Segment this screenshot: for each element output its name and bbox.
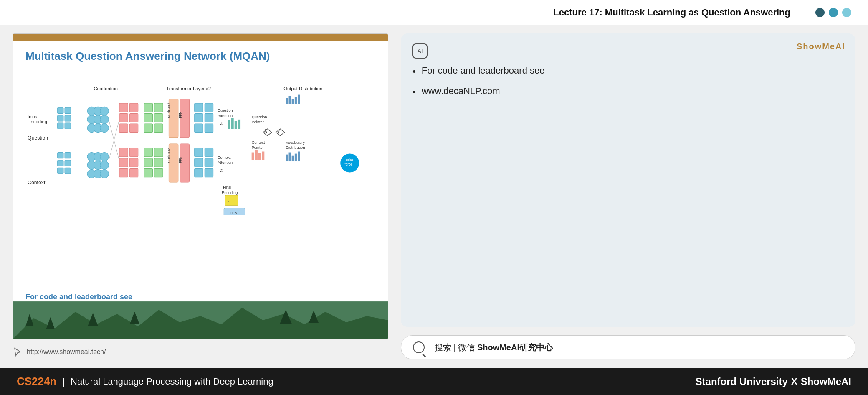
svg-rect-80 [205, 158, 213, 167]
svg-rect-7 [58, 107, 63, 113]
svg-rect-78 [205, 148, 213, 156]
slide-inner: Multitask Question Answering Network (MQ… [13, 41, 388, 339]
bottom-bar: CS224n | Natural Language Processing wit… [0, 368, 868, 395]
svg-rect-51 [144, 103, 152, 112]
svg-rect-100 [258, 153, 261, 160]
course-code: CS224n [17, 375, 56, 388]
svg-rect-18 [65, 168, 71, 173]
svg-text:Context: Context [252, 140, 265, 145]
diagram-svg: Initial Encoding Coattention Transformer… [25, 69, 375, 215]
svg-rect-52 [154, 103, 163, 112]
svg-rect-9 [58, 123, 63, 129]
note-item-2: • www.decaNLP.com [412, 86, 844, 99]
note-card: ShowMeAI AI • For code and leaderboard s… [401, 33, 855, 327]
note-text-2: www.decaNLP.com [422, 86, 500, 97]
note-brand: ShowMeAI [797, 42, 845, 51]
svg-rect-76 [205, 124, 213, 132]
svg-text:...: ... [226, 199, 229, 203]
svg-rect-12 [65, 123, 71, 129]
svg-point-27 [100, 124, 109, 132]
svg-rect-75 [195, 124, 203, 132]
svg-text:Encoding: Encoding [28, 119, 47, 124]
bullet-1: • [412, 65, 416, 78]
svg-rect-110 [289, 96, 291, 104]
svg-rect-55 [144, 124, 152, 132]
footer-brand: ShowMeAI [801, 376, 851, 387]
note-text-1: For code and leaderboard see [422, 65, 545, 76]
slide-diagram: Initial Encoding Coattention Transformer… [25, 69, 375, 215]
svg-rect-87 [231, 118, 234, 129]
bottom-right: Stanford University X ShowMeAI [696, 376, 851, 387]
search-icon [413, 341, 425, 353]
svg-rect-17 [65, 160, 71, 166]
svg-rect-74 [205, 114, 213, 122]
bottom-text-line1: For code and leaderboard see [25, 291, 132, 303]
svg-rect-105 [289, 153, 291, 161]
svg-rect-48 [129, 158, 138, 167]
search-bar[interactable]: 搜索 | 微信 ShowMeAI研究中心 [401, 335, 855, 359]
svg-rect-88 [235, 121, 237, 129]
svg-text:Output Distribution: Output Distribution [283, 86, 322, 91]
svg-rect-8 [58, 115, 63, 121]
svg-rect-49 [119, 168, 128, 177]
svg-text:Context: Context [28, 180, 46, 186]
svg-text:force: force [344, 163, 352, 166]
svg-text:MultiHead: MultiHead [167, 148, 171, 163]
svg-text:FFN: FFN [230, 211, 238, 215]
svg-text:Pointer: Pointer [252, 145, 264, 150]
svg-rect-107 [295, 154, 297, 161]
svg-text:Context: Context [218, 155, 231, 160]
svg-rect-60 [154, 158, 163, 167]
url-bar: http://www.showmeai.tech/ [13, 344, 388, 359]
svg-rect-43 [119, 124, 128, 132]
svg-rect-99 [255, 150, 258, 160]
svg-rect-89 [238, 120, 240, 129]
svg-rect-113 [298, 95, 300, 104]
svg-text:Encoding: Encoding [222, 191, 238, 195]
svg-rect-50 [129, 168, 138, 177]
svg-text:Vocabulary: Vocabulary [286, 140, 305, 145]
svg-rect-53 [144, 114, 152, 122]
main-content: Multitask Question Answering Network (MQ… [0, 25, 868, 368]
svg-text:Question: Question [28, 135, 48, 141]
search-text: 搜索 | 微信 ShowMeAI研究中心 [435, 342, 553, 353]
university-name: Stanford University [696, 376, 788, 387]
svg-rect-58 [154, 148, 163, 156]
svg-text:Question: Question [252, 115, 267, 119]
svg-text:Initial: Initial [28, 114, 38, 119]
svg-rect-57 [144, 148, 152, 156]
svg-text:Pointer: Pointer [252, 120, 264, 124]
svg-rect-108 [298, 152, 300, 162]
svg-text:α: α [220, 167, 223, 173]
svg-rect-109 [286, 98, 288, 104]
svg-text:FFN: FFN [179, 112, 182, 118]
bullet-2: • [412, 86, 416, 99]
slide-title: Multitask Question Answering Network (MQ… [25, 50, 375, 63]
svg-point-30 [100, 153, 109, 161]
dot-3[interactable] [842, 8, 851, 17]
dot-1[interactable] [815, 8, 825, 17]
svg-rect-101 [262, 152, 264, 160]
note-item-1: • For code and leaderboard see [412, 65, 844, 78]
svg-rect-46 [129, 148, 138, 156]
svg-text:Coattention: Coattention [94, 86, 118, 91]
course-divider: | [62, 376, 65, 387]
svg-rect-112 [295, 97, 297, 104]
bottom-left: CS224n | Natural Language Processing wit… [17, 375, 273, 388]
dot-2[interactable] [829, 8, 838, 17]
svg-rect-61 [144, 168, 152, 177]
svg-rect-39 [119, 103, 128, 112]
svg-rect-45 [119, 148, 128, 156]
svg-rect-86 [228, 120, 230, 129]
svg-rect-13 [58, 153, 63, 158]
mountains-overlay [13, 301, 388, 339]
slide-container: Multitask Question Answering Network (MQ… [13, 33, 388, 339]
svg-rect-98 [252, 153, 254, 160]
navigation-dots [815, 8, 851, 17]
search-bold-text: ShowMeAI研究中心 [477, 343, 553, 352]
svg-text:FFN: FFN [179, 156, 182, 163]
svg-text:Question: Question [218, 108, 233, 112]
svg-rect-15 [58, 168, 63, 173]
svg-text:sales: sales [345, 158, 353, 162]
svg-rect-14 [58, 160, 63, 166]
